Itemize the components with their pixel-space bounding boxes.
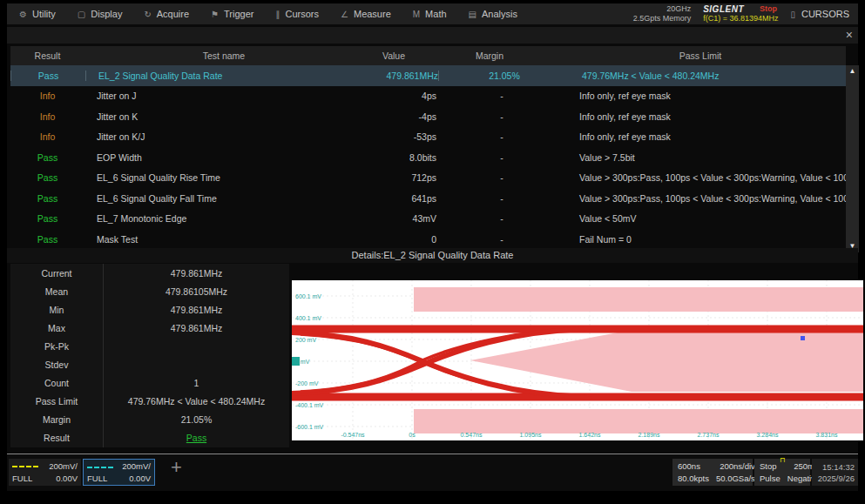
acq-state-badge: Stop [760,4,777,14]
stat-value: 1 [103,374,289,393]
stat-value: 479.861MHz [103,300,289,319]
channel1-scale: 200mV/ [45,461,78,471]
pass-limit-cell: Value < 50mV [567,213,846,224]
margin-cell: - [436,172,567,183]
margin-cell: - [436,193,567,204]
menu-label: Cursors [285,9,319,19]
stat-value: 479.861MHz [103,319,289,337]
test-name-cell: Jitter on K [84,111,375,122]
menu-item-trigger[interactable]: ⚑Trigger [211,9,253,19]
stat-row: Mean479.86105MHz [10,282,289,300]
value-cell: 479.861MHz [377,71,438,81]
pass-limit-cell: Fail Num = 0 [567,234,846,245]
header-value: Value [363,50,424,61]
svg-text:0.547ns: 0.547ns [461,432,483,438]
timebase-box[interactable]: 600ns 200ns/div 80.0kpts 50.0GSa/s [672,459,753,486]
svg-text:0s: 0s [409,432,416,438]
menu-label: Display [91,9,122,19]
table-row[interactable]: Info Jitter on K -4ps - Info only, ref e… [10,106,846,127]
svg-text:-200 mV: -200 mV [295,380,319,386]
menu-item-display[interactable]: ▢Display [78,9,123,19]
channel2-trace-icon [87,467,113,468]
header-pass-limit: Pass Limit [555,50,846,61]
stat-row: Pass Limit479.76MHz < Value < 480.24MHz [10,393,289,411]
channel1-box[interactable]: 200mV/ FULL 0.00V [9,459,81,486]
menu-label: Analysis [482,9,517,19]
menu-label: Acquire [157,9,189,19]
value-cell: -53ps [375,131,436,142]
table-row[interactable]: Info Jitter on K/J -53ps - Info only, re… [10,127,846,148]
details-stats-panel: Current479.861MHz Mean479.86105MHz Min47… [10,264,289,447]
stat-label: Current [10,268,103,279]
svg-text:1.642ns: 1.642ns [579,432,601,438]
svg-text:0 mV: 0 mV [295,359,310,365]
cursor-dot [801,336,805,340]
details-title: Details:EL_2 Signal Quality Data Rate [7,248,858,263]
stat-row: Count1 [10,374,289,393]
test-name-cell: EL_7 Monotonic Edge [84,213,375,224]
menu-item-utility[interactable]: ⚙Utility [19,9,56,19]
menubar-right: 20GHz 2.5Gpts Memory SIGLENT Stop f(C1) … [633,4,858,24]
stat-label: Result [10,433,103,443]
stat-label: Stdev [10,360,103,370]
table-scrollbar[interactable]: ▲ ▼ [846,65,859,252]
cursors-button[interactable]: ▯ CURSORS [790,9,849,19]
oscilloscope-screen: ⚙Utility ▢Display ↻Acquire ⚑Trigger ∥Cur… [7,3,858,491]
channel2-box[interactable]: 200mV/ FULL 0.00V [83,459,155,486]
svg-text:200 mV: 200 mV [295,337,316,343]
stat-value [103,337,289,355]
table-row-selected[interactable]: Pass EL_2 Signal Quality Data Rate 479.8… [10,65,846,86]
result-cell: Info [10,111,84,122]
header-test-name: Test name [84,50,363,61]
table-row[interactable]: Pass Mask Test 0 - Fail Num = 0 [10,229,846,250]
stat-row: Pk-Pk [10,337,289,355]
table-row[interactable]: Pass EL_7 Monotonic Edge 43mV - Value < … [10,209,846,230]
trigger-box[interactable]: ⊓ Stop 250mV Pulse Negative [754,459,810,486]
channel2-offset: 0.00V [119,474,152,483]
frequency-readout: f(C1) = 36.81394MHz [703,14,778,24]
test-name-cell: EL_2 Signal Quality Data Rate [85,71,377,81]
memory-points: 80.0kpts [678,474,709,483]
stat-value [103,355,289,373]
stat-result-value: Pass [103,429,289,447]
channel1-offset: 0.00V [45,474,78,483]
stat-label: Max [10,323,103,333]
table-row[interactable]: Info Jitter on J 4ps - Info only, ref ey… [10,86,846,107]
margin-cell: - [436,91,567,101]
menu-item-cursors[interactable]: ∥Cursors [275,9,319,19]
value-cell: 641ps [375,193,436,204]
stat-label: Pk-Pk [10,341,103,352]
menu-item-math[interactable]: MMath [413,9,447,19]
flag-icon: ⚑ [211,10,219,19]
menu-item-measure[interactable]: ∠Measure [341,9,391,19]
menu-item-acquire[interactable]: ↻Acquire [144,9,189,19]
dialog-titlebar: × [7,27,858,44]
svg-text:3.831ns: 3.831ns [816,432,838,438]
stat-value: 479.86105MHz [103,282,289,300]
test-name-cell: EOP Width [84,152,375,163]
stat-label: Min [10,305,103,315]
table-row[interactable]: Pass EL_6 Signal Quality Fall Time 641ps… [10,188,846,209]
test-name-cell: Mask Test [84,234,375,245]
stat-row: Current479.861MHz [10,264,289,282]
pass-limit-cell: Info only, ref eye mask [567,91,846,101]
stat-label: Mean [10,286,103,297]
pass-limit-cell: Value > 300ps:Pass, 100ps < Value < 300p… [567,193,846,204]
stat-value: 479.76MHz < Value < 480.24MHz [103,393,289,411]
close-icon[interactable]: × [846,28,853,43]
margin-cell: - [436,152,567,163]
clipboard-icon: ▯ [790,10,795,19]
menu-label: Math [425,9,446,19]
scroll-up-icon[interactable]: ▲ [849,65,856,77]
gear-icon: ⚙ [19,10,27,19]
table-row[interactable]: Pass EOP Width 8.0bits - Value > 7.5bit [10,147,846,168]
bottom-status-bar: 200mV/ FULL 0.00V 200mV/ FULL 0.00V + 60… [7,454,858,491]
table-row[interactable]: Pass EL_6 Signal Quality Rise Time 712ps… [10,168,846,189]
menu-item-analysis[interactable]: ▤Analysis [469,9,517,19]
menu-label: Utility [32,9,56,19]
pass-limit-cell: Info only, ref eye mask [567,111,846,122]
svg-text:600.1 mV: 600.1 mV [295,293,321,299]
trigger-position-icon[interactable]: + [171,456,182,479]
value-cell: 4ps [375,91,436,101]
menu-items: ⚙Utility ▢Display ↻Acquire ⚑Trigger ∥Cur… [7,9,517,19]
